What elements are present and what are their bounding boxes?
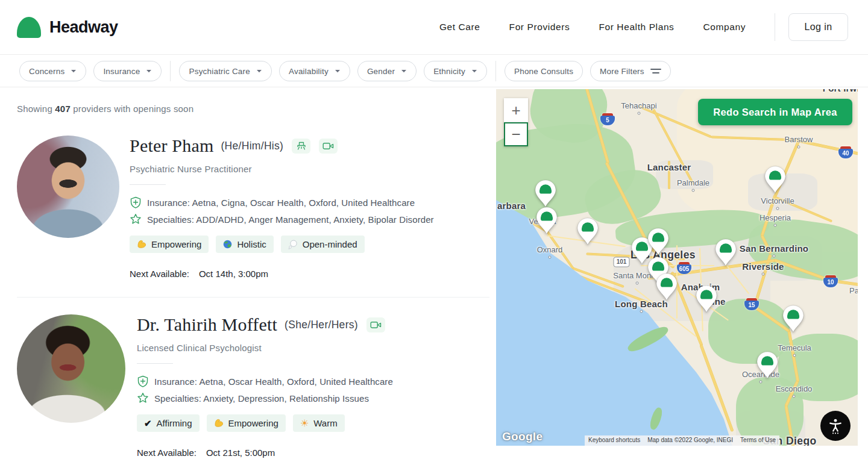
map-pin[interactable] — [781, 304, 805, 333]
chevron-down-icon — [71, 69, 77, 73]
filter-dropdown-psychiatric-care[interactable]: Psychiatric Care — [179, 61, 271, 81]
map-data-attribution: Map data ©2022 Google, INEGI — [644, 435, 737, 446]
map-label-oxnard: Oxnard — [537, 245, 563, 254]
map-town-dot — [636, 282, 639, 285]
map-pin[interactable] — [646, 227, 670, 256]
video-session-badge[interactable] — [366, 317, 385, 332]
thought-bubble-emoji-icon — [288, 240, 298, 249]
chevron-down-icon — [256, 69, 262, 73]
headway-logo-icon — [17, 17, 41, 38]
filter-dropdown-gender[interactable]: Gender — [357, 61, 417, 81]
insurance-shield-icon — [137, 375, 149, 388]
nav-item-for-health-plans[interactable]: For Health Plans — [599, 22, 674, 33]
nav-links: Get CareFor ProvidersFor Health PlansCom… — [439, 13, 848, 41]
login-button[interactable]: Log in — [788, 13, 848, 41]
card-mini-divider — [137, 363, 173, 364]
filter-phone-consults-button[interactable]: Phone Consults — [505, 61, 583, 81]
filter-dropdown-ethnicity[interactable]: Ethnicity — [424, 61, 487, 81]
provider-next-available: Next Available:Oct 21st, 5:00pm — [137, 448, 393, 458]
next-available-value: Oct 21st, 5:00pm — [206, 448, 275, 458]
filter-label: Psychiatric Care — [189, 67, 250, 76]
provider-name[interactable]: Peter Pham — [130, 136, 213, 156]
map-pin[interactable] — [763, 165, 787, 194]
interstate-shield-5: 5 — [600, 113, 615, 125]
nav-divider — [775, 13, 775, 41]
google-logo[interactable]: Google — [502, 430, 542, 443]
results-count: 407 — [55, 104, 71, 114]
provider-photo[interactable] — [17, 136, 119, 238]
provider-photo[interactable] — [17, 314, 125, 423]
card-mini-divider — [130, 184, 166, 185]
map-pin[interactable] — [694, 284, 719, 313]
trait-tag-label: Affirming — [157, 418, 192, 428]
trait-tag-label: Open-minded — [303, 239, 357, 249]
filter-dropdown-availability[interactable]: Availability — [279, 61, 350, 81]
map-panel[interactable]: Fort IrwinTehachapiBarstowLancasterPalmd… — [496, 89, 858, 446]
map-pin[interactable] — [535, 206, 559, 235]
nav-item-company[interactable]: Company — [703, 22, 746, 33]
muscle-emoji-icon — [214, 419, 224, 428]
trait-tag-empowering: Empowering — [207, 414, 286, 432]
interstate-shield-40: 40 — [838, 146, 853, 158]
filter-label: More Filters — [600, 67, 644, 76]
map-pin[interactable] — [755, 351, 779, 379]
provider-name-row: Peter Pham(He/Him/His) — [130, 136, 434, 156]
provider-name-row: Dr. Tahirih Moffett(She/Her/Hers) — [137, 314, 393, 335]
insurance-shield-icon — [130, 196, 142, 209]
map-town-dot — [793, 354, 796, 357]
provider-card-body: Peter Pham(He/Him/His)Psychiatric Nurse … — [130, 136, 434, 279]
map-label-fort-irwin: Fort Irwin — [823, 89, 858, 93]
map-label-san-bernardino: San Bernardino — [740, 243, 809, 254]
filter-divider — [170, 61, 171, 81]
headway-logo[interactable]: Headway — [17, 17, 118, 38]
sun-emoji-icon: ☀ — [300, 419, 309, 428]
map-zoom-out-button[interactable]: − — [504, 122, 528, 146]
map-label-escondido: Escondido — [776, 384, 813, 393]
provider-insurance-row: Insurance: Aetna, Cigna, Oscar Health, O… — [130, 196, 434, 209]
results-count-line: Showing 407 providers with openings soon — [17, 104, 489, 114]
nav-item-for-providers[interactable]: For Providers — [509, 22, 570, 33]
chevron-down-icon — [471, 69, 477, 73]
map-town-dot — [762, 273, 765, 276]
map-attribution: Keyboard shortcutsMap data ©2022 Google,… — [585, 435, 779, 446]
trait-tag-warm: ☀Warm — [293, 414, 345, 432]
map-label-arbara: arbara — [497, 201, 526, 211]
video-session-icon — [322, 142, 334, 151]
map-pin[interactable] — [576, 217, 600, 246]
filter-label: Availability — [289, 67, 329, 76]
specialties-star-icon — [130, 213, 142, 225]
filter-dropdown-insurance[interactable]: Insurance — [93, 61, 162, 81]
map-label-barstow: Barstow — [785, 135, 813, 144]
map-pin[interactable] — [655, 272, 679, 301]
provider-tags: EmpoweringHolisticOpen-minded — [130, 236, 434, 253]
map-pin[interactable] — [533, 179, 558, 208]
map-pin[interactable] — [714, 238, 738, 267]
terms-of-use-link[interactable]: Terms of Use — [737, 435, 779, 446]
redo-search-button[interactable]: Redo Search in Map Area — [698, 99, 852, 125]
next-available-label: Next Available: — [130, 269, 189, 279]
provider-name[interactable]: Dr. Tahirih Moffett — [137, 314, 277, 335]
provider-specialties-row: Specialties: Anxiety, Depression, Relati… — [137, 392, 393, 404]
provider-next-available: Next Available:Oct 14th, 3:00pm — [130, 269, 434, 279]
top-navbar: Headway Get CareFor ProvidersFor Health … — [0, 0, 868, 55]
map-label-palm-s: Palm S — [849, 286, 858, 295]
video-session-badge[interactable] — [319, 139, 338, 154]
filter-dropdown-concerns[interactable]: Concerns — [19, 61, 86, 81]
map-label-palmdale: Palmdale — [677, 178, 709, 187]
more-filters-button[interactable]: More Filters — [590, 61, 671, 81]
in-person-session-badge[interactable] — [292, 139, 310, 154]
accessibility-icon — [827, 417, 844, 434]
nav-item-get-care[interactable]: Get Care — [439, 22, 480, 33]
interstate-shield-10: 10 — [823, 275, 838, 287]
keyboard-shortcuts-link[interactable]: Keyboard shortcuts — [585, 435, 644, 446]
map-label-temecula: Temecula — [778, 343, 811, 352]
accessibility-button[interactable] — [820, 411, 851, 441]
map-town-dot — [774, 224, 777, 227]
map-town-dot — [692, 189, 695, 192]
check-emoji-icon: ✔ — [144, 419, 152, 428]
map-label-lancaster: Lancaster — [647, 162, 691, 172]
trait-tag-empowering: Empowering — [130, 236, 209, 253]
results-panel: Showing 407 providers with openings soon… — [0, 88, 489, 468]
filter-bar: ConcernsInsurancePsychiatric CareAvailab… — [0, 55, 868, 87]
map-zoom-in-button[interactable]: + — [504, 98, 528, 122]
